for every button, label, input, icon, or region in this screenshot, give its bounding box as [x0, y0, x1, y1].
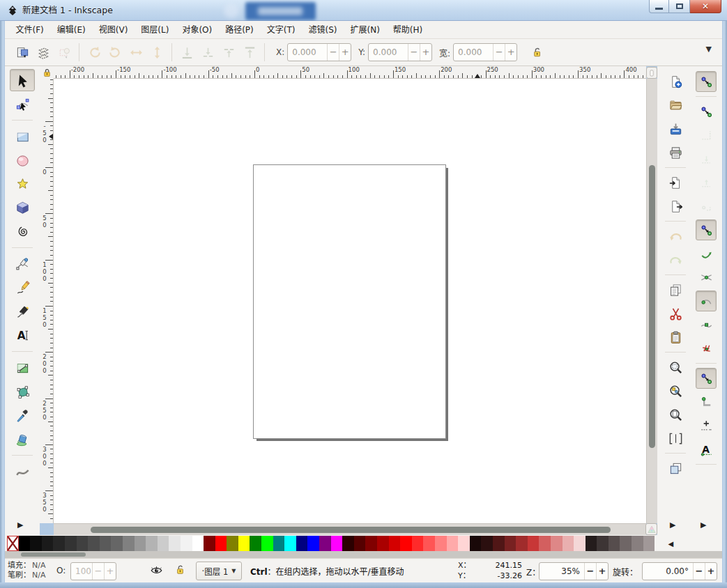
palette-swatch-800000[interactable]: [204, 536, 215, 551]
snap-object-centers-button[interactable]: [696, 392, 717, 412]
mesh-gradient-button[interactable]: [10, 380, 35, 403]
zoom-value[interactable]: 35%: [539, 563, 584, 580]
zoom-spinbox[interactable]: 35%−+: [539, 562, 609, 580]
menu-item-edit[interactable]: 编辑(E): [50, 21, 92, 38]
palette-swatch-ffff00[interactable]: [238, 536, 250, 551]
palette-swatch-501616[interactable]: [493, 536, 505, 551]
palette-swatch-808080[interactable]: [123, 536, 135, 551]
snap-rotation-centers-button[interactable]: [696, 415, 717, 436]
y-field-decrease-button[interactable]: −: [408, 44, 420, 61]
menu-item-object[interactable]: 对象(O): [176, 21, 219, 38]
palette-swatch-808000[interactable]: [227, 536, 238, 551]
palette-swatch-ff5555[interactable]: [423, 536, 435, 551]
commands-overflow-button[interactable]: ▶: [670, 520, 675, 529]
palette-swatch-00ff00[interactable]: [261, 536, 273, 551]
palette-swatch-ff00ff[interactable]: [331, 536, 343, 551]
snap-bounding-box-button[interactable]: [696, 101, 717, 122]
zoom-to-page-width-button[interactable]: [665, 428, 686, 449]
rotation-increase-button[interactable]: +: [705, 563, 717, 580]
snap-overflow-button[interactable]: ▶: [701, 520, 706, 529]
menu-item-help[interactable]: 帮助(H): [386, 21, 429, 38]
import-image-button[interactable]: [665, 172, 686, 193]
palette-swatch-3d3535[interactable]: [597, 536, 609, 551]
palette-swatch-a02c2c[interactable]: [516, 536, 528, 551]
opacity-value[interactable]: 100: [71, 563, 92, 580]
layers-dialog-button[interactable]: [665, 458, 686, 479]
y-field-value[interactable]: 0.000: [369, 44, 408, 61]
ellipse-button[interactable]: [10, 149, 35, 171]
pencil-button[interactable]: [10, 277, 35, 299]
pen-button[interactable]: [10, 253, 35, 275]
palette-swatch-008000[interactable]: [250, 536, 261, 551]
palette-swatch-000080[interactable]: [296, 536, 308, 551]
layer-visibility-button[interactable]: [150, 564, 163, 577]
minimize-button[interactable]: [649, 0, 669, 13]
palette-swatch-564d4d[interactable]: [609, 536, 620, 551]
palette-swatch-ff8080[interactable]: [435, 536, 447, 551]
palette-swatch-887f7f[interactable]: [632, 536, 643, 551]
palette-swatch-f4d7d7[interactable]: [574, 536, 586, 551]
selector-button[interactable]: [10, 69, 35, 91]
palette-swatch-999999[interactable]: [135, 536, 146, 551]
snap-others-button[interactable]: [696, 368, 717, 389]
palette-swatch-666666[interactable]: [111, 536, 123, 551]
menu-item-extensions[interactable]: 扩展(N): [344, 21, 386, 38]
layer-lock-button[interactable]: [174, 564, 186, 575]
palette-swatch-de8787[interactable]: [551, 536, 563, 551]
palette-swatch-b3b3b3[interactable]: [146, 536, 158, 551]
calligraphy-button[interactable]: [10, 300, 35, 323]
palette-swatch-1a1a1a[interactable]: [42, 536, 54, 551]
rotation-value[interactable]: 0.00°: [643, 563, 693, 580]
palette-swatch-c83737[interactable]: [528, 536, 539, 551]
palette-swatch-241c1c[interactable]: [586, 536, 597, 551]
lock-aspect-button[interactable]: [527, 42, 546, 62]
palette-swatch-e9afaf[interactable]: [563, 536, 574, 551]
palette-swatch-262626[interactable]: [53, 536, 65, 551]
palette-swatch-d35f5f[interactable]: [539, 536, 551, 551]
palette-swatch-d40000[interactable]: [389, 536, 401, 551]
width-field-decrease-button[interactable]: −: [493, 44, 505, 61]
palette-swatch-000000[interactable]: [19, 536, 31, 551]
palette-swatch-4d4d4d[interactable]: [88, 536, 100, 551]
toolbox-overflow-button[interactable]: ▶: [17, 520, 23, 529]
canvas[interactable]: [54, 79, 646, 523]
palette-swatch-190808[interactable]: [470, 536, 482, 551]
rotation-decrease-button[interactable]: −: [693, 563, 705, 580]
paste-button[interactable]: [665, 327, 686, 348]
snap-to-paths-button[interactable]: [696, 243, 717, 264]
palette-swatch-00ffff[interactable]: [284, 536, 296, 551]
ruler-unit-corner-button[interactable]: [646, 67, 657, 79]
x-field-increase-button[interactable]: +: [339, 44, 351, 61]
palette-swatch-800000[interactable]: [365, 536, 377, 551]
snap-master-button[interactable]: [696, 71, 717, 92]
zoom-decrease-button[interactable]: −: [584, 563, 596, 580]
horizontal-scrollbar[interactable]: [54, 523, 646, 535]
snap-line-midpoints-button[interactable]: [696, 338, 717, 359]
x-field-spinbox[interactable]: 0.000−+: [287, 43, 351, 61]
palette-swatch-ff0000[interactable]: [215, 536, 227, 551]
horizontal-ruler[interactable]: -200-150-100-50050100150200250300350400: [54, 66, 646, 79]
spiral-button[interactable]: [10, 220, 35, 242]
dropper-button[interactable]: [10, 404, 35, 426]
open-document-button[interactable]: [665, 95, 686, 116]
menu-item-path[interactable]: 路径(P): [219, 21, 261, 38]
zoom-to-page-button[interactable]: [665, 404, 686, 425]
palette-scrollbar-thumb[interactable]: [21, 552, 86, 557]
palette-swatch-5a5a5a[interactable]: [100, 536, 112, 551]
node-editor-button[interactable]: [10, 93, 35, 115]
snap-nodes-button[interactable]: [696, 219, 717, 240]
palette-swatch-0d0d0d[interactable]: [30, 536, 42, 551]
x-field-value[interactable]: 0.000: [288, 44, 327, 61]
layer-selector[interactable]: ·图层 1▼: [196, 562, 242, 580]
palette-swatch-ffffff[interactable]: [192, 536, 204, 551]
zoom-to-drawing-button[interactable]: [665, 380, 686, 401]
select-all-layers-button[interactable]: [33, 42, 54, 63]
width-field-increase-button[interactable]: +: [505, 44, 516, 61]
paint-bucket-button[interactable]: [10, 428, 35, 450]
vertical-scrollbar-thumb[interactable]: [649, 165, 655, 448]
palette-swatch-ff2a2a[interactable]: [412, 536, 424, 551]
tweak-button[interactable]: [10, 461, 35, 483]
palette-swatch-550000[interactable]: [354, 536, 366, 551]
palette-swatch-800080[interactable]: [319, 536, 331, 551]
snap-text-baselines-button[interactable]: A: [696, 439, 717, 460]
